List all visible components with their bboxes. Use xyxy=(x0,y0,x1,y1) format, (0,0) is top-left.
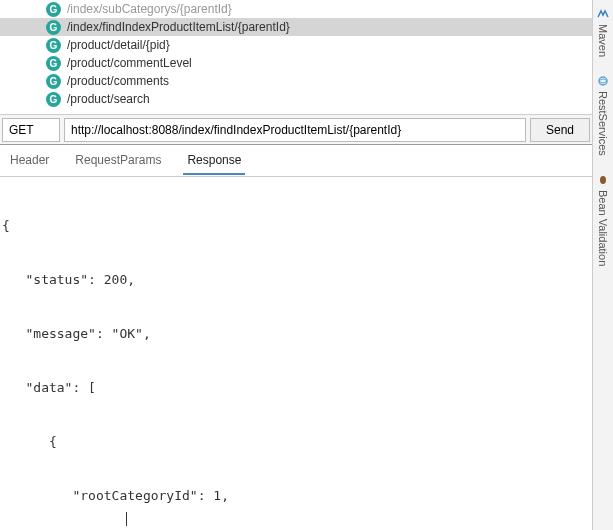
response-line: { xyxy=(2,433,590,451)
endpoint-item[interactable]: G /product/search xyxy=(0,90,592,108)
rail-tab-label: Maven xyxy=(597,24,609,57)
endpoint-path: /product/commentLevel xyxy=(67,56,192,70)
endpoint-item[interactable]: G /product/comments xyxy=(0,72,592,90)
response-line: { xyxy=(2,217,590,235)
endpoint-path: /index/findIndexProductItemList/{parentI… xyxy=(67,20,290,34)
response-body[interactable]: { "status": 200, "message": "OK", "data"… xyxy=(0,177,592,530)
http-get-icon: G xyxy=(46,38,61,53)
maven-icon xyxy=(597,8,609,20)
rest-services-icon xyxy=(597,75,609,87)
response-line: "rootCategoryId": 1, xyxy=(2,487,590,505)
tab-response[interactable]: Response xyxy=(183,147,245,175)
request-bar: Send xyxy=(0,115,592,145)
endpoint-item[interactable]: G /index/subCategorys/{parentId} xyxy=(0,0,592,18)
rail-tab-label: Bean Validation xyxy=(597,190,609,266)
svg-point-1 xyxy=(600,176,606,184)
endpoint-item[interactable]: G /product/commentLevel xyxy=(0,54,592,72)
tabs: Header RequestParams Response xyxy=(0,145,592,177)
text-cursor-icon xyxy=(126,512,127,526)
http-get-icon: G xyxy=(46,92,61,107)
response-line: "data": [ xyxy=(2,379,590,397)
rail-tab-label: RestServices xyxy=(597,91,609,156)
http-get-icon: G xyxy=(46,74,61,89)
bean-validation-icon xyxy=(597,174,609,186)
http-get-icon: G xyxy=(46,2,61,17)
endpoint-item[interactable]: G /product/detail/{pid} xyxy=(0,36,592,54)
tab-request-params[interactable]: RequestParams xyxy=(71,147,165,175)
endpoint-path: /product/detail/{pid} xyxy=(67,38,170,52)
tool-window-rail: Maven RestServices Bean Validation xyxy=(592,0,613,530)
endpoint-item[interactable]: G /index/findIndexProductItemList/{paren… xyxy=(0,18,592,36)
rail-tab-rest-services[interactable]: RestServices xyxy=(595,71,611,160)
http-method-select[interactable] xyxy=(2,118,60,142)
url-input[interactable] xyxy=(64,118,526,142)
endpoint-list: G /index/subCategorys/{parentId} G /inde… xyxy=(0,0,592,115)
response-line: "message": "OK", xyxy=(2,325,590,343)
tab-header[interactable]: Header xyxy=(6,147,53,175)
http-get-icon: G xyxy=(46,20,61,35)
send-button[interactable]: Send xyxy=(530,118,590,142)
response-line: "status": 200, xyxy=(2,271,590,289)
endpoint-path: /index/subCategorys/{parentId} xyxy=(67,2,232,16)
rail-tab-maven[interactable]: Maven xyxy=(595,4,611,61)
endpoint-path: /product/comments xyxy=(67,74,169,88)
svg-point-0 xyxy=(599,77,607,85)
endpoint-path: /product/search xyxy=(67,92,150,106)
http-get-icon: G xyxy=(46,56,61,71)
rail-tab-bean-validation[interactable]: Bean Validation xyxy=(595,170,611,270)
